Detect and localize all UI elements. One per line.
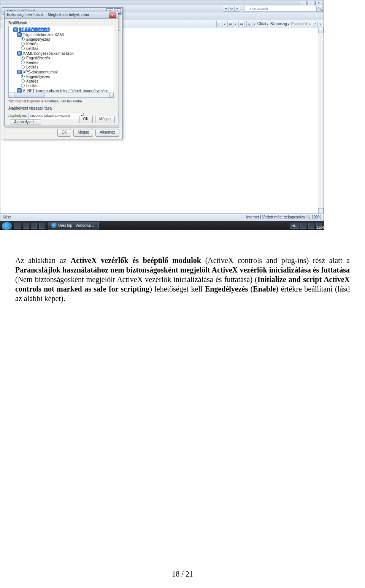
gear-icon — [17, 51, 22, 56]
opt-xaml-enable[interactable]: Engedélyezés — [21, 37, 113, 42]
radio-icon — [21, 75, 25, 78]
doc-strong: Engedélyezés — [205, 285, 248, 293]
search-icon[interactable]: 🔍 — [317, 6, 323, 12]
quicklaunch-icon[interactable] — [14, 223, 21, 229]
vertical-scrollbar[interactable] — [318, 28, 324, 214]
taskbar-ie-button[interactable]: Üres lap - Windows ... — [48, 222, 99, 229]
home-icon[interactable]: ⌂ — [216, 21, 222, 27]
node-xaml-label: Tágan értelmezett XAML — [23, 33, 65, 37]
scroll-thumb[interactable] — [14, 93, 44, 97]
security-settings-titlebar: Biztonsági beállítások – Megbízható hely… — [5, 11, 118, 19]
windows-taskbar: Üres lap - Windows ... HU 16:49 — [0, 221, 324, 230]
feeds-icon[interactable]: ✉ — [227, 21, 233, 27]
node-xps-label: XPS-dokumentumok — [23, 70, 58, 74]
opt-xaml-prompt[interactable]: Kérdés — [21, 42, 113, 46]
tray-icon[interactable] — [300, 223, 306, 229]
page-number: 18 / 21 — [0, 570, 365, 578]
settings-group-label: Beállítások — [8, 21, 118, 25]
status-right: Internet | Védett mód: bekapcsolva 🔍 100… — [246, 214, 322, 221]
radio-icon — [21, 37, 25, 41]
document-paragraph: Az ablakban az ActiveX vezérlők és beépü… — [15, 256, 350, 303]
refresh-icon[interactable]: ↻ — [229, 6, 235, 12]
doc-strong: Enable — [253, 285, 276, 293]
home-menu[interactable] — [223, 22, 225, 26]
opt-xbap-enable[interactable]: Engedélyezés — [21, 56, 113, 61]
tools-menu[interactable]: Eszközök — [291, 22, 310, 26]
stop-icon[interactable]: ✕ — [235, 6, 240, 12]
security-dialog-buttons: OK Mégse — [79, 116, 115, 123]
radio-icon — [21, 46, 25, 50]
quicklaunch-icon[interactable] — [31, 223, 37, 229]
opt-xaml-disable[interactable]: Letiltás — [21, 46, 113, 51]
ie-icon — [51, 223, 57, 228]
opt-xps-enable[interactable]: Engedélyezés — [21, 75, 113, 79]
doc-text: (ActiveX controls and plug-ins) rész ala… — [201, 256, 350, 265]
radio-icon — [21, 84, 25, 88]
options-apply-button[interactable]: Alkalmaz — [95, 129, 119, 137]
doc-strong: Parancsfájlok használatához nem biztonsá… — [15, 266, 350, 274]
node-net-framework[interactable]: .NET Framework — [13, 27, 113, 32]
opt-disable-label: Letiltás — [26, 65, 38, 69]
help-menu[interactable] — [319, 22, 321, 26]
settings-tree[interactable]: .NET Framework Tágan értelmezett XAML En… — [8, 26, 114, 98]
ie-window: – ◻ ✕ ▾ ↻ ✕ Live Search 🔍 ⌂ ✉ ✉ ⎙ Oldal … — [0, 0, 324, 221]
restart-note: *Az Internet Explorer újraindítása után … — [8, 99, 114, 103]
security-settings-title: Biztonsági beállítások – Megbízható hely… — [7, 13, 89, 17]
quicklaunch-icon[interactable] — [39, 223, 45, 229]
node-xbap[interactable]: XAML böngészőalkalmazások — [17, 51, 113, 56]
print-menu[interactable] — [253, 22, 256, 26]
opt-xps-disable[interactable]: Letiltás — [21, 84, 113, 88]
page-menu[interactable]: Oldal — [257, 22, 269, 26]
internet-options-buttons: OK Mégse Alkalmaz — [57, 129, 119, 137]
reset-button[interactable]: Alaphelyzet... — [10, 120, 41, 124]
node-xaml[interactable]: Tágan értelmezett XAML — [17, 32, 113, 37]
security-menu[interactable]: Biztonság — [270, 22, 289, 26]
opt-enable-label: Engedélyezés — [26, 75, 50, 79]
reset-to-label: Alaphelyzet: — [8, 114, 27, 118]
reset-group-label: Alaphelyzet visszaállítása — [8, 106, 118, 110]
security-settings-dialog[interactable]: Biztonsági beállítások – Megbízható hely… — [4, 11, 118, 126]
feeds-menu[interactable] — [234, 22, 236, 26]
radio-icon — [21, 42, 25, 46]
quicklaunch-icon[interactable] — [23, 223, 29, 229]
system-tray: HU 16:49 — [289, 221, 322, 230]
doc-text: (Nem biztonságosként megjelölt ActiveX v… — [15, 275, 257, 284]
opt-disable-label: Letiltás — [26, 84, 38, 88]
doc-text: ) lehetőséget kell — [149, 285, 205, 293]
dropdown-icon[interactable]: ▾ — [223, 6, 229, 12]
opt-prompt-label: Kérdés — [26, 61, 38, 65]
radio-icon — [21, 79, 25, 83]
doc-text: ( — [248, 285, 253, 293]
language-indicator[interactable]: HU — [290, 223, 299, 229]
opt-xbap-prompt[interactable]: Kérdés — [21, 61, 113, 65]
gear-icon — [17, 32, 22, 37]
opt-prompt-label: Kérdés — [26, 42, 38, 46]
horizontal-scrollbar[interactable] — [9, 92, 114, 97]
security-close-button[interactable]: ✕ — [109, 13, 116, 18]
gear-icon — [17, 70, 22, 74]
reset-level-combo[interactable]: Közepes (alapértelmezett) — [28, 113, 84, 119]
ie-status-bar: Kész Internet | Védett mód: bekapcsolva … — [0, 213, 324, 221]
options-ok-button[interactable]: OK — [57, 129, 71, 137]
opt-xbap-disable[interactable]: Letiltás — [21, 65, 113, 70]
doc-strong: ActiveX vezérlők és beépülő modulok — [71, 256, 201, 265]
radio-icon — [21, 61, 25, 64]
start-button[interactable] — [2, 222, 12, 230]
security-cancel-button[interactable]: Mégse — [95, 116, 115, 123]
radio-icon — [21, 65, 25, 69]
opt-enable-label: Engedélyezés — [26, 37, 50, 41]
print-icon[interactable]: ⎙ — [246, 21, 252, 27]
radio-icon — [21, 56, 25, 60]
mail-icon[interactable]: ✉ — [238, 21, 244, 27]
options-cancel-button[interactable]: Mégse — [73, 129, 93, 137]
security-ok-button[interactable]: OK — [79, 116, 93, 123]
opt-xps-prompt[interactable]: Kérdés — [21, 79, 113, 84]
tray-icon[interactable] — [308, 223, 314, 229]
opt-prompt-label: Kérdés — [26, 79, 38, 83]
opt-disable-label: Letiltás — [26, 46, 38, 51]
help-icon[interactable]: ? — [312, 21, 318, 27]
node-net-framework-label: .NET Framework — [19, 27, 50, 32]
taskbar-ie-label: Üres lap - Windows ... — [58, 223, 95, 228]
node-xps[interactable]: XPS-dokumentumok — [17, 70, 113, 75]
live-search-input[interactable]: Live Search — [244, 6, 317, 12]
